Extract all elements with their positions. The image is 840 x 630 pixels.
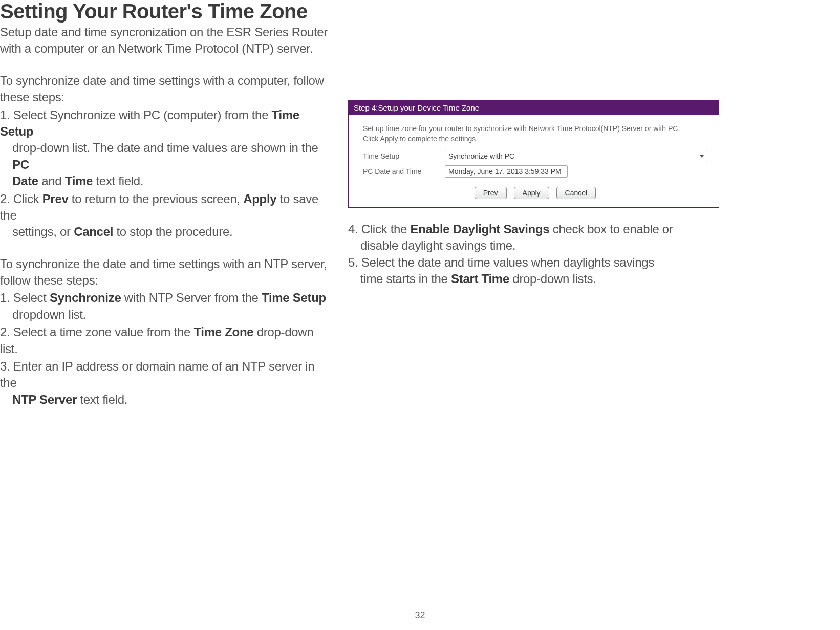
text: to stop the procedure. [113, 225, 232, 238]
text: 5. Select the date and time values when … [348, 255, 654, 269]
ntp-step-3: 3. Enter an IP address or domain name of… [0, 358, 328, 408]
bold-date: Date [12, 174, 38, 188]
pc-datetime-value: Monday, June 17, 2013 3:59:33 PM [448, 167, 562, 176]
text: 4. Click the [348, 222, 410, 236]
text: drop-down lists. [509, 272, 596, 286]
text: 3. Enter an IP address or domain name of… [0, 359, 314, 389]
ntp-step-2: 2. Select a time zone value from the Tim… [0, 324, 328, 357]
ntp-intro-line-1: To synchronize the date and time setting… [0, 256, 328, 272]
text: time starts in the [360, 272, 451, 286]
subtitle-line-2: with a computer or an Network Time Proto… [0, 40, 328, 57]
ntp-step-1: 1. Select Synchronize with NTP Server fr… [0, 290, 328, 323]
pc-datetime-row: PC Date and Time Monday, June 17, 2013 3… [363, 165, 707, 178]
bold-time-zone: Time Zone [193, 325, 253, 339]
text: disable daylight savings time. [348, 237, 839, 254]
time-setup-select[interactable]: Synchronize with PC [445, 150, 707, 162]
text: check box to enable or [549, 222, 673, 236]
pc-datetime-input[interactable]: Monday, June 17, 2013 3:59:33 PM [445, 165, 568, 178]
screenshot-desc-1: Set up time zone for your router to sync… [363, 124, 707, 133]
text: settings, or [12, 225, 74, 238]
bold-synchronize: Synchronize [50, 291, 121, 305]
router-screenshot: Step 4:Setup your Device Time Zone Set u… [348, 100, 719, 208]
bold-prev: Prev [42, 192, 69, 206]
page-title: Setting Your Router's Time Zone [0, 0, 328, 23]
bold-pc: PC [12, 158, 29, 171]
text: and [38, 174, 65, 188]
bold-apply: Apply [243, 192, 276, 206]
text: with NTP Server from the [121, 291, 262, 305]
bold-enable-dst: Enable Daylight Savings [410, 222, 549, 236]
time-setup-value: Synchronize with PC [448, 152, 514, 160]
chevron-down-icon [700, 155, 704, 158]
text: 2. Click [0, 192, 42, 206]
right-column: Step 4:Setup your Device Time Zone Set u… [328, 0, 839, 408]
text: dropdown list. [0, 307, 328, 323]
pc-step-1: 1. Select Synchronize with PC (computer)… [0, 107, 328, 190]
time-setup-row: Time Setup Synchronize with PC [363, 150, 707, 162]
page-number: 32 [415, 610, 425, 621]
bold-start-time: Start Time [451, 272, 509, 286]
bold-ntp-server: NTP Server [12, 393, 77, 406]
screenshot-header: Step 4:Setup your Device Time Zone [349, 100, 719, 115]
pc-step-2: 2. Click Prev to return to the previous … [0, 191, 328, 241]
subtitle-line-1: Setup date and time syncronization on th… [0, 24, 328, 40]
text: to return to the previous screen, [69, 192, 244, 206]
left-column: Setting Your Router's Time Zone Setup da… [0, 0, 328, 408]
text: drop-down list. The date and time values… [12, 141, 318, 155]
text: 1. Select Synchronize with PC (computer)… [0, 108, 272, 122]
text: text field. [93, 174, 143, 188]
text: text field. [77, 393, 127, 406]
pc-datetime-label: PC Date and Time [363, 167, 445, 176]
screenshot-desc-2: Click Apply to complete the settings [363, 135, 707, 143]
text: 1. Select [0, 291, 50, 305]
ntp-intro-line-2: follow these steps: [0, 272, 328, 289]
bold-time-setup-2: Time Setup [262, 291, 326, 305]
right-step-5: 5. Select the date and time values when … [348, 254, 839, 288]
bold-time: Time [65, 174, 93, 188]
cancel-button[interactable]: Cancel [556, 187, 596, 199]
bold-cancel: Cancel [74, 225, 113, 238]
apply-button[interactable]: Apply [514, 187, 549, 199]
pc-intro-line-2: these steps: [0, 89, 328, 105]
pc-intro-line-1: To synchronize date and time settings wi… [0, 73, 328, 89]
time-setup-label: Time Setup [363, 152, 445, 160]
prev-button[interactable]: Prev [475, 187, 507, 199]
text: 2. Select a time zone value from the [0, 325, 193, 339]
right-step-4: 4. Click the Enable Daylight Savings che… [348, 221, 839, 254]
